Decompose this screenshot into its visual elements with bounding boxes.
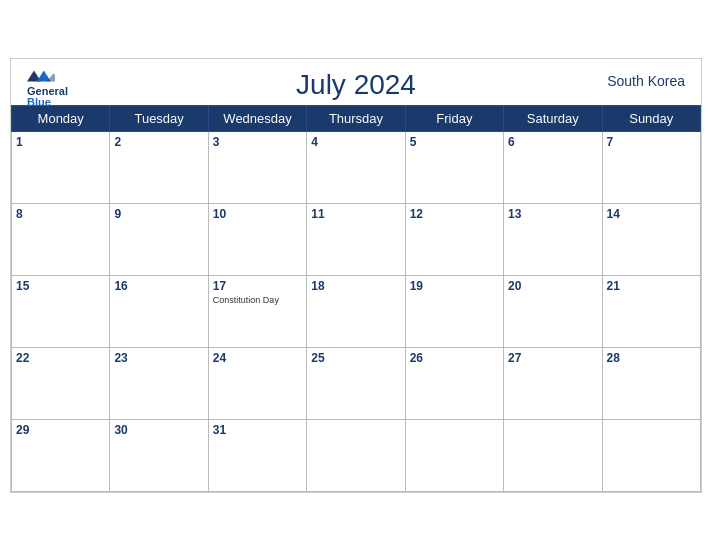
day-number: 19	[410, 279, 499, 293]
calendar-cell	[504, 419, 602, 491]
calendar-thead: Monday Tuesday Wednesday Thursday Friday…	[12, 105, 701, 131]
day-number: 10	[213, 207, 302, 221]
calendar-cell: 28	[602, 347, 700, 419]
col-saturday: Saturday	[504, 105, 602, 131]
calendar-week-2: 891011121314	[12, 203, 701, 275]
calendar-cell: 4	[307, 131, 405, 203]
day-number: 11	[311, 207, 400, 221]
calendar-cell: 8	[12, 203, 110, 275]
calendar-cell: 9	[110, 203, 208, 275]
calendar-body: 1234567891011121314151617Constitution Da…	[12, 131, 701, 491]
calendar-cell: 10	[208, 203, 306, 275]
day-number: 30	[114, 423, 203, 437]
day-number: 27	[508, 351, 597, 365]
calendar-cell: 22	[12, 347, 110, 419]
calendar-cell: 21	[602, 275, 700, 347]
calendar-cell: 3	[208, 131, 306, 203]
day-number: 6	[508, 135, 597, 149]
logo-icon	[27, 67, 55, 85]
calendar-cell	[405, 419, 503, 491]
day-number: 4	[311, 135, 400, 149]
calendar-cell: 6	[504, 131, 602, 203]
day-number: 18	[311, 279, 400, 293]
calendar-cell: 24	[208, 347, 306, 419]
col-monday: Monday	[12, 105, 110, 131]
col-sunday: Sunday	[602, 105, 700, 131]
day-number: 20	[508, 279, 597, 293]
day-number: 28	[607, 351, 696, 365]
calendar-cell: 2	[110, 131, 208, 203]
holiday-label: Constitution Day	[213, 295, 302, 306]
calendar-cell: 14	[602, 203, 700, 275]
day-number: 3	[213, 135, 302, 149]
day-number: 31	[213, 423, 302, 437]
day-number: 12	[410, 207, 499, 221]
calendar-cell: 16	[110, 275, 208, 347]
calendar-cell: 30	[110, 419, 208, 491]
logo-general: General	[27, 86, 68, 97]
col-thursday: Thursday	[307, 105, 405, 131]
day-number: 7	[607, 135, 696, 149]
day-number: 22	[16, 351, 105, 365]
col-tuesday: Tuesday	[110, 105, 208, 131]
day-number: 23	[114, 351, 203, 365]
day-number: 25	[311, 351, 400, 365]
day-number: 21	[607, 279, 696, 293]
calendar-cell: 17Constitution Day	[208, 275, 306, 347]
calendar-table: Monday Tuesday Wednesday Thursday Friday…	[11, 105, 701, 492]
month-title: July 2024	[296, 69, 416, 101]
calendar-week-5: 293031	[12, 419, 701, 491]
calendar-cell: 15	[12, 275, 110, 347]
calendar-cell	[602, 419, 700, 491]
calendar-cell: 5	[405, 131, 503, 203]
calendar-week-1: 1234567	[12, 131, 701, 203]
calendar-cell	[307, 419, 405, 491]
col-wednesday: Wednesday	[208, 105, 306, 131]
day-number: 1	[16, 135, 105, 149]
day-number: 17	[213, 279, 302, 293]
calendar-cell: 31	[208, 419, 306, 491]
day-number: 9	[114, 207, 203, 221]
calendar-cell: 1	[12, 131, 110, 203]
calendar-week-4: 22232425262728	[12, 347, 701, 419]
calendar-cell: 18	[307, 275, 405, 347]
calendar-cell: 25	[307, 347, 405, 419]
day-number: 15	[16, 279, 105, 293]
calendar-wrapper: General Blue July 2024 South Korea Monda…	[10, 58, 702, 493]
col-friday: Friday	[405, 105, 503, 131]
calendar-cell: 7	[602, 131, 700, 203]
calendar-cell: 19	[405, 275, 503, 347]
calendar-cell: 11	[307, 203, 405, 275]
calendar-cell: 20	[504, 275, 602, 347]
logo-blue: Blue	[27, 97, 51, 108]
day-number: 2	[114, 135, 203, 149]
day-number: 5	[410, 135, 499, 149]
calendar-week-3: 151617Constitution Day18192021	[12, 275, 701, 347]
day-number: 29	[16, 423, 105, 437]
calendar-header: General Blue July 2024 South Korea	[11, 59, 701, 105]
day-number: 16	[114, 279, 203, 293]
calendar-cell: 27	[504, 347, 602, 419]
country-label: South Korea	[607, 73, 685, 89]
calendar-cell: 13	[504, 203, 602, 275]
day-number: 14	[607, 207, 696, 221]
calendar-cell: 26	[405, 347, 503, 419]
logo-area: General Blue	[27, 67, 68, 108]
day-number: 24	[213, 351, 302, 365]
day-number: 26	[410, 351, 499, 365]
calendar-cell: 29	[12, 419, 110, 491]
day-number: 13	[508, 207, 597, 221]
calendar-cell: 23	[110, 347, 208, 419]
day-number: 8	[16, 207, 105, 221]
header-row: Monday Tuesday Wednesday Thursday Friday…	[12, 105, 701, 131]
calendar-cell: 12	[405, 203, 503, 275]
